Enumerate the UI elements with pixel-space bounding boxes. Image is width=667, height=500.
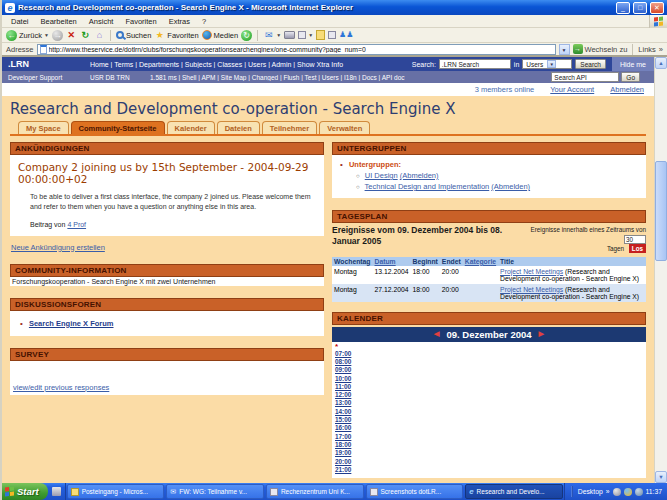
sidebar-toggle-button[interactable] (328, 31, 336, 39)
api-go-button[interactable]: Go (621, 72, 640, 82)
maximize-button[interactable]: □ (633, 2, 647, 14)
favorites-button[interactable]: ★ Favoriten (154, 30, 198, 41)
links-chevron-icon[interactable]: » (659, 45, 663, 54)
event-link[interactable]: Project Net Meetings (500, 268, 563, 275)
tab-dateien[interactable]: Dateien (217, 121, 260, 134)
scroll-down-icon[interactable]: ▼ (655, 471, 667, 483)
messenger-button[interactable]: ♟♟ (339, 30, 349, 40)
task-screenshots[interactable]: Screenshots dotLR... (366, 484, 464, 499)
calendar-next-icon[interactable]: ▶ (539, 330, 544, 338)
calendar-prev-icon[interactable]: ◀ (434, 330, 439, 338)
search-button[interactable]: Suchen (116, 31, 151, 40)
col-kategorie-link[interactable]: Kategorie (465, 258, 496, 265)
tray-handle[interactable] (571, 486, 573, 497)
start-button[interactable]: Start (0, 483, 48, 500)
tray-icon[interactable] (624, 488, 632, 496)
subgroup-ui-design-link[interactable]: UI Design (365, 171, 398, 180)
lrn-search-input[interactable]: .LRN Search (439, 59, 511, 69)
subgroup-tech-design-link[interactable]: Technical Design and Implementation (365, 182, 490, 191)
back-button[interactable]: ← Zurück ▼ (6, 30, 49, 41)
print-button[interactable] (284, 31, 295, 39)
lrn-search-button[interactable]: Search (575, 59, 606, 69)
subgroup-ui-design-abmelden-link[interactable]: (Abmelden) (400, 171, 439, 180)
mail-dropdown-icon[interactable]: ▼ (276, 32, 281, 38)
edit-button[interactable]: ▼ (298, 31, 313, 39)
menu-datei[interactable]: Datei (5, 17, 35, 26)
forward-button[interactable]: → (52, 30, 63, 41)
calendar-time-slot[interactable]: 21:00 (335, 466, 353, 474)
scroll-up-icon[interactable]: ▲ (655, 57, 667, 69)
calendar-time-slot[interactable]: 18:00 (335, 441, 353, 449)
vertical-scrollbar[interactable]: ▲ ▼ (654, 57, 667, 483)
tab-verwalten[interactable]: Verwalten (319, 121, 370, 134)
desktop-toolbar-label[interactable]: Desktop (578, 488, 603, 495)
calendar-time-slot[interactable]: 13:00 (335, 399, 353, 407)
calendar-time-slot[interactable]: 17:00 (335, 433, 353, 441)
tab-kalender[interactable]: Kalender (167, 121, 215, 134)
survey-responses-link[interactable]: view/edit previous responses (13, 383, 109, 392)
lrn-scope-select[interactable]: Users ▼ (522, 59, 572, 69)
quick-launch-icon[interactable] (52, 487, 61, 496)
cell-start: 18:00 (411, 284, 440, 302)
tab-community-startseite[interactable]: Community-Startseite (71, 121, 165, 134)
minimize-button[interactable]: _ (616, 2, 630, 14)
go-button[interactable]: → Wechseln zu (573, 44, 628, 54)
media-button[interactable]: Medien (202, 30, 239, 40)
dev-links[interactable]: 1.581 ms | Shell | APM | Site Map | Chan… (150, 74, 551, 81)
scrollbar-track[interactable] (655, 69, 667, 471)
address-dropdown-icon[interactable]: ▼ (559, 44, 570, 55)
calendar-time-slot[interactable]: 12:00 (335, 391, 353, 399)
logout-link[interactable]: Abmelden (610, 85, 644, 94)
tray-icon[interactable] (613, 488, 621, 496)
menu-favoriten[interactable]: Favoriten (119, 17, 162, 26)
discuss-button[interactable] (316, 30, 325, 40)
home-button[interactable]: ⌂ (94, 30, 105, 41)
calendar-time-slot[interactable]: 10:00 (335, 375, 353, 383)
calendar-time-slot[interactable]: 11:00 (335, 383, 353, 391)
links-label[interactable]: Links (638, 45, 656, 54)
tab-my-space[interactable]: My Space (18, 121, 69, 134)
create-announcement-link[interactable]: Neue Ankündigung erstellen (11, 243, 105, 252)
event-link[interactable]: Project Net Meetings (500, 286, 563, 293)
stop-button[interactable]: ✕ (66, 30, 77, 41)
filter-days-input[interactable]: 30 (624, 235, 646, 244)
back-dropdown-icon[interactable]: ▼ (44, 32, 49, 38)
calendar-time-slot[interactable]: 07:00 (335, 350, 353, 358)
calendar-time-slot[interactable]: 15:00 (335, 416, 353, 424)
forum-link[interactable]: Search Engine X Forum (29, 319, 114, 328)
task-research-and-development[interactable]: e Research and Develo... (465, 484, 563, 499)
author-link[interactable]: 4 Prof (67, 221, 86, 228)
calendar-time-slot[interactable]: 19:00 (335, 449, 353, 457)
tab-teilnehmer[interactable]: Teilnehmer (262, 121, 317, 134)
lrn-nav-links[interactable]: Home | Terms | Departments | Subjects | … (90, 61, 412, 68)
calendar-time-slot[interactable]: 20:00 (335, 458, 353, 466)
filter-go-button[interactable]: Los (629, 244, 646, 253)
mail-button[interactable]: ✉ ▼ (263, 30, 281, 41)
calendar-time-slot[interactable]: 08:00 (335, 358, 353, 366)
address-input[interactable]: http://www.theservice.de/dotlrn/clubs/fo… (37, 44, 556, 55)
scrollbar-thumb[interactable] (655, 161, 667, 261)
menu-hilfe[interactable]: ? (196, 17, 212, 26)
your-account-link[interactable]: Your Account (550, 85, 594, 94)
subgroup-tech-design-abmelden-link[interactable]: (Abmelden) (491, 182, 530, 191)
desktop-chevron-icon[interactable]: » (606, 488, 610, 495)
history-button[interactable]: ↻ (241, 30, 252, 41)
task-posteingang[interactable]: Posteingang - Micros... (67, 484, 165, 499)
calendar-time-slot[interactable]: 14:00 (335, 408, 353, 416)
menu-bearbeiten[interactable]: Bearbeiten (35, 17, 83, 26)
tray-icon[interactable] (635, 488, 643, 496)
calendar-time-slot[interactable]: 09:00 (335, 366, 353, 374)
menu-ansicht[interactable]: Ansicht (83, 17, 120, 26)
api-search-input[interactable]: Search API (551, 72, 619, 82)
close-button[interactable]: ✕ (650, 2, 664, 14)
task-rechenzentrum[interactable]: Rechenzentrum Uni K... (266, 484, 364, 499)
cell-category (463, 284, 498, 302)
lrn-logo[interactable]: .LRN (8, 59, 90, 69)
task-fw-wg-teilnahme[interactable]: ✉ FW: WG: Teilnahme v... (166, 484, 264, 499)
edit-dropdown-icon[interactable]: ▼ (308, 32, 313, 38)
calendar-time-slot[interactable]: 16:00 (335, 424, 353, 432)
col-datum-link[interactable]: Datum (375, 258, 396, 265)
refresh-button[interactable]: ↻ (80, 30, 91, 41)
hide-me-link[interactable]: Hide me (612, 57, 654, 71)
menu-extras[interactable]: Extras (163, 17, 196, 26)
